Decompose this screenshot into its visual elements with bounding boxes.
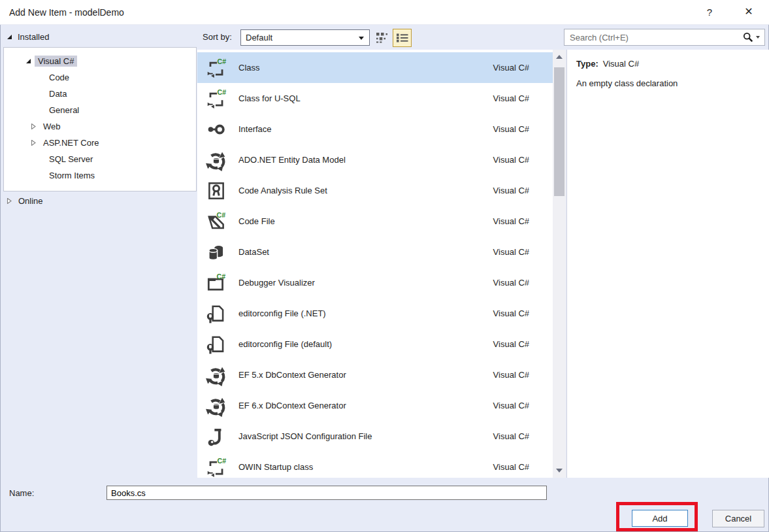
svg-text:C#: C# xyxy=(218,456,227,464)
template-list-item[interactable]: C#ClassVisual C# xyxy=(197,52,553,83)
expanded-triangle-icon xyxy=(7,34,12,40)
tree-item-asp-net-core[interactable]: ASP.NET Core xyxy=(4,135,196,151)
svg-text:C#: C# xyxy=(217,210,226,218)
template-category: Visual C# xyxy=(493,216,529,226)
help-button[interactable]: ? xyxy=(699,0,720,25)
tree-item-label: Visual C# xyxy=(35,56,77,67)
entity-model-icon xyxy=(205,149,227,171)
expanded-triangle-icon[interactable] xyxy=(25,58,31,64)
template-list-item[interactable]: EF 5.x DbContext GeneratorVisual C# xyxy=(197,359,553,390)
template-category: Visual C# xyxy=(493,370,529,380)
template-list-item[interactable]: editorconfig File (default)Visual C# xyxy=(197,329,553,359)
expander-spacer xyxy=(37,173,42,178)
csharp-class-icon: C# xyxy=(205,57,227,79)
details-panel: Type:Visual C# An empty class declaratio… xyxy=(566,50,769,478)
list-view-icon xyxy=(397,33,408,42)
template-name: Interface xyxy=(238,124,493,134)
interface-icon xyxy=(205,118,227,141)
name-input[interactable] xyxy=(106,486,547,500)
tree-item-sql-server[interactable]: SQL Server xyxy=(4,151,196,167)
tree-item-web[interactable]: Web xyxy=(4,118,196,135)
small-icons-view-button[interactable] xyxy=(374,29,391,46)
template-list-item[interactable]: DataSetVisual C# xyxy=(197,237,553,267)
type-value: Visual C# xyxy=(603,59,639,69)
template-list-item[interactable]: C#Class for U-SQLVisual C# xyxy=(197,83,553,114)
template-category: Visual C# xyxy=(493,124,529,134)
template-list-item[interactable]: InterfaceVisual C# xyxy=(197,114,553,144)
scrollbar-thumb[interactable] xyxy=(554,67,564,196)
template-list-item[interactable]: EF 6.x DbContext GeneratorVisual C# xyxy=(197,390,553,421)
editorconfig-icon xyxy=(205,303,227,325)
template-name: Code File xyxy=(238,216,493,226)
collapsed-triangle-icon xyxy=(7,198,12,204)
template-list-item[interactable]: C#OWIN Startup classVisual C# xyxy=(197,452,553,478)
list-view-button[interactable] xyxy=(393,29,412,47)
entity-model-icon xyxy=(205,395,227,417)
template-list-item[interactable]: C#Code FileVisual C# xyxy=(197,206,553,237)
template-name: EF 5.x DbContext Generator xyxy=(238,370,493,380)
svg-text:C#: C# xyxy=(217,272,226,280)
template-name: Class xyxy=(238,63,493,73)
template-category: Visual C# xyxy=(493,339,529,349)
tree-item-data[interactable]: Data xyxy=(4,86,196,102)
category-tree: Visual C#CodeDataGeneralWebASP.NET CoreS… xyxy=(3,47,197,191)
editorconfig-icon xyxy=(205,333,227,356)
close-button[interactable]: ✕ xyxy=(734,0,763,25)
template-list-item[interactable]: editorconfig File (.NET)Visual C# xyxy=(197,298,553,329)
template-list-item[interactable]: C#Debugger VisualizerVisual C# xyxy=(197,267,553,298)
expander-spacer xyxy=(37,75,42,80)
titlebar: Add New Item - modelDemo ? ✕ xyxy=(0,0,769,25)
template-list: C#ClassVisual C#C#Class for U-SQLVisual … xyxy=(197,50,553,478)
template-name: editorconfig File (default) xyxy=(238,339,493,349)
template-category: Visual C# xyxy=(493,462,529,472)
template-name: EF 6.x DbContext Generator xyxy=(238,401,493,410)
tree-item-storm-items[interactable]: Storm Items xyxy=(4,167,196,184)
tree-item-code[interactable]: Code xyxy=(4,69,196,86)
installed-header[interactable]: Installed xyxy=(7,29,49,44)
expander-spacer xyxy=(37,107,42,113)
template-category: Visual C# xyxy=(493,247,529,257)
svg-text:C#: C# xyxy=(218,88,227,95)
list-scrollbar[interactable] xyxy=(553,50,566,478)
tree-item-general[interactable]: General xyxy=(4,102,196,118)
template-category: Visual C# xyxy=(493,278,529,288)
search-icon[interactable] xyxy=(743,32,753,42)
type-label: Type: xyxy=(576,59,598,69)
template-name: DataSet xyxy=(238,247,493,257)
small-icons-view-icon xyxy=(376,33,389,43)
sort-by-dropdown[interactable]: Default xyxy=(240,29,370,46)
template-list-item[interactable]: JavaScript JSON Configuration FileVisual… xyxy=(197,421,553,452)
tree-item-label: General xyxy=(46,105,82,116)
search-options-chevron-icon[interactable] xyxy=(756,36,760,39)
scroll-down-icon[interactable] xyxy=(556,469,563,473)
entity-model-icon xyxy=(205,364,227,386)
window-title: Add New Item - modelDemo xyxy=(9,0,124,25)
type-line: Type:Visual C# xyxy=(576,59,769,69)
template-name: Code Analysis Rule Set xyxy=(238,186,493,195)
collapsed-triangle-icon[interactable] xyxy=(31,124,37,129)
cancel-button[interactable]: Cancel xyxy=(712,510,764,527)
template-category: Visual C# xyxy=(493,155,529,165)
collapsed-triangle-icon[interactable] xyxy=(31,140,37,146)
add-button[interactable]: Add xyxy=(632,510,688,527)
search-box xyxy=(564,29,765,46)
code-file-icon: C# xyxy=(205,210,227,233)
tree-item-visual-c[interactable]: Visual C# xyxy=(4,53,196,69)
scroll-up-icon[interactable] xyxy=(556,55,563,59)
template-category: Visual C# xyxy=(493,308,529,318)
search-input[interactable] xyxy=(564,33,743,42)
tree-item-label: Code xyxy=(46,72,73,83)
csharp-class-icon: C# xyxy=(205,88,227,110)
template-category: Visual C# xyxy=(493,63,529,73)
template-name: ADO.NET Entity Data Model xyxy=(238,155,493,165)
rule-set-icon xyxy=(205,180,227,202)
template-name: Debugger Visualizer xyxy=(238,278,493,288)
expander-spacer xyxy=(37,156,42,162)
template-list-item[interactable]: Code Analysis Rule SetVisual C# xyxy=(197,175,553,206)
template-category: Visual C# xyxy=(493,186,529,195)
template-name: editorconfig File (.NET) xyxy=(238,308,493,318)
json-config-icon xyxy=(205,425,227,448)
online-header[interactable]: Online xyxy=(7,193,43,208)
template-list-item[interactable]: ADO.NET Entity Data ModelVisual C# xyxy=(197,144,553,175)
sort-by-label: Sort by: xyxy=(203,29,232,46)
